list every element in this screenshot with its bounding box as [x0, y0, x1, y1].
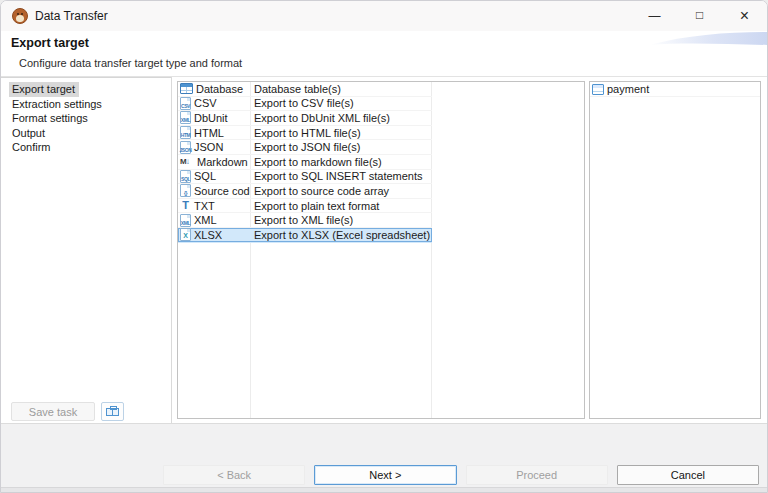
- sidebar-item-export-target[interactable]: Export target: [9, 82, 79, 97]
- export-source-list: payment: [589, 81, 761, 419]
- wizard-header: Export target Configure data transfer ta…: [1, 31, 767, 77]
- xlsx-file-icon: x: [180, 228, 191, 241]
- sidebar-item-confirm[interactable]: Confirm: [9, 140, 55, 155]
- source-item-payment[interactable]: payment: [590, 82, 760, 97]
- window-controls: — □ ×: [632, 1, 767, 31]
- html-file-icon: htm: [180, 126, 191, 139]
- format-row-csv[interactable]: csvCSV Export to CSV file(s): [178, 97, 432, 112]
- format-row-sql[interactable]: sqlSQL Export to SQL INSERT statements: [178, 170, 432, 185]
- minimize-button[interactable]: —: [632, 1, 677, 31]
- database-icon: [180, 83, 193, 94]
- header-swoosh-decoration: [587, 31, 767, 49]
- format-row-json[interactable]: jsonJSON Export to JSON file(s): [178, 140, 432, 155]
- format-row-markdown[interactable]: M↓Markdown Export to markdown file(s): [178, 155, 432, 170]
- task-settings-button[interactable]: [101, 402, 124, 421]
- next-button[interactable]: Next >: [314, 465, 456, 485]
- format-row-html[interactable]: htmHTML Export to HTML file(s): [178, 126, 432, 141]
- proceed-button[interactable]: Proceed: [466, 465, 608, 485]
- format-row-xml[interactable]: xmlXML Export to XML file(s): [178, 213, 432, 228]
- maximize-button[interactable]: □: [677, 1, 722, 31]
- dbeaver-app-icon: [12, 8, 28, 24]
- xml-file-icon: xml: [180, 111, 191, 124]
- sidebar-right-divider: [171, 77, 172, 423]
- source-file-icon: {}: [180, 184, 191, 197]
- export-format-list: Database Database table(s) csvCSV Export…: [177, 81, 585, 419]
- cancel-button[interactable]: Cancel: [617, 465, 759, 485]
- wizard-buttons: < Back Next > Proceed Cancel: [163, 465, 759, 485]
- wizard-content: Export target Extraction settings Format…: [1, 78, 767, 423]
- window-bottom-edge: [1, 487, 767, 493]
- window-title: Data Transfer: [35, 9, 108, 23]
- sidebar-item-format-settings[interactable]: Format settings: [9, 111, 92, 126]
- table-icon: [592, 84, 604, 95]
- sql-file-icon: sql: [180, 170, 191, 183]
- back-button[interactable]: < Back: [163, 465, 305, 485]
- json-file-icon: json: [180, 141, 191, 154]
- format-row-source-code[interactable]: {}Source code Export to source code arra…: [178, 184, 432, 199]
- format-row-dbunit[interactable]: xmlDbUnit Export to DbUnit XML file(s): [178, 111, 432, 126]
- csv-file-icon: csv: [180, 97, 191, 110]
- txt-icon: T: [180, 199, 191, 212]
- xml-file-icon: xml: [180, 214, 191, 227]
- close-button[interactable]: ×: [722, 1, 767, 31]
- data-transfer-dialog: Data Transfer — □ × Export target Config…: [0, 0, 768, 493]
- sidebar-item-extraction-settings[interactable]: Extraction settings: [9, 97, 106, 112]
- save-task-button[interactable]: Save task: [11, 402, 95, 421]
- format-row-xlsx[interactable]: xXLSX Export to XLSX (Excel spreadsheet)…: [178, 228, 432, 243]
- sidebar-top-divider: [1, 77, 171, 78]
- task-settings-icon: [106, 408, 119, 416]
- page-title: Export target: [11, 36, 89, 50]
- markdown-icon: M↓: [180, 157, 194, 166]
- wizard-footer: < Back Next > Proceed Cancel: [1, 423, 767, 487]
- page-subtitle: Configure data transfer target type and …: [19, 57, 242, 69]
- title-bar: Data Transfer — □ ×: [1, 1, 767, 31]
- sidebar-item-output[interactable]: Output: [9, 126, 49, 141]
- format-row-database[interactable]: Database Database table(s): [178, 82, 432, 97]
- wizard-steps-sidebar: Export target Extraction settings Format…: [9, 82, 167, 155]
- format-row-txt[interactable]: TTXT Export to plain text format: [178, 199, 432, 214]
